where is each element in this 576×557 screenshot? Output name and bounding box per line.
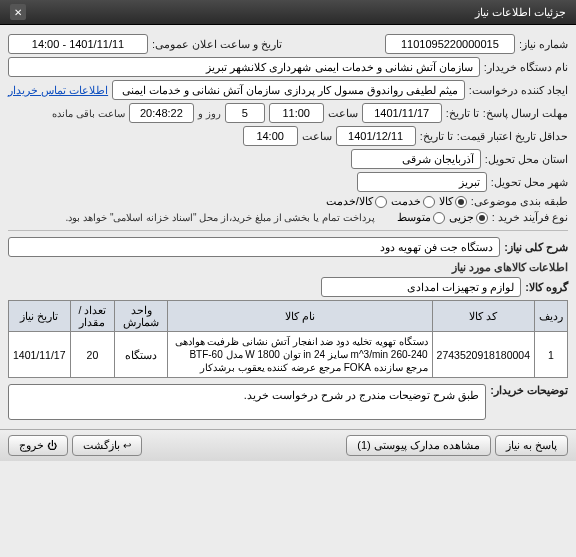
requester-label: ایجاد کننده درخواست: [469,84,568,97]
cell-date: 1401/11/17 [9,332,71,378]
buyer-label: نام دستگاه خریدار: [484,61,568,74]
quote-time-field[interactable] [243,126,298,146]
requester-field[interactable] [112,80,465,100]
back-button[interactable]: ↩بازگشت [72,435,142,456]
time-left-field[interactable] [129,103,194,123]
table-row[interactable]: 1 2743520918180004 دستگاه تهویه تخلیه دو… [9,332,568,378]
buy-type-label: نوع فرآیند خرید : [492,211,568,224]
province-label: استان محل تحویل: [485,153,568,166]
category-radio-both[interactable]: کالا/خدمت [326,195,387,208]
announce-dt-field[interactable] [8,34,148,54]
category-radio-service[interactable]: خدمت [391,195,435,208]
items-section-heading: اطلاعات کالاهای مورد نیاز [8,261,568,274]
buy-type-radio-minor[interactable]: جزیی [449,211,488,224]
goods-group-label: گروه کالا: [525,281,568,294]
th-code: کد کالا [432,301,534,332]
th-unit: واحد شمارش [115,301,168,332]
announce-dt-label: تاریخ و ساعت اعلان عمومی: [152,38,282,51]
need-title-label: شرح کلی نیاز: [504,241,568,254]
exit-button[interactable]: ⏻خروج [8,435,68,456]
cell-name: دستگاه تهویه تخلیه دود ضد انفجار آتش نشا… [167,332,432,378]
payment-note: پرداخت تمام یا بخشی از مبلغ خرید،از محل … [66,212,375,223]
deadline-to-label: تا تاریخ: [446,107,479,120]
th-date: تاریخ نیاز [9,301,71,332]
close-icon[interactable]: ✕ [10,4,26,20]
need-title-field[interactable] [8,237,500,257]
reply-button[interactable]: پاسخ به نیاز [495,435,568,456]
cell-qty: 20 [70,332,115,378]
footer: پاسخ به نیاز مشاهده مدارک پیوستی (1) ↩با… [0,429,576,461]
back-icon: ↩ [123,440,131,451]
cell-unit: دستگاه [115,332,168,378]
need-no-field[interactable] [385,34,515,54]
th-name: نام کالا [167,301,432,332]
category-label: طبقه بندی موضوعی: [471,195,568,208]
province-field[interactable] [351,149,481,169]
table-header-row: ردیف کد کالا نام کالا واحد شمارش تعداد /… [9,301,568,332]
city-label: شهر محل تحویل: [491,176,568,189]
days-left-tail: ساعت باقی مانده [52,108,125,119]
th-qty: تعداد / مقدار [70,301,115,332]
days-left-field[interactable] [225,103,265,123]
goods-group-field[interactable] [321,277,521,297]
contact-link[interactable]: اطلاعات تماس خریدار [8,84,108,97]
cell-idx: 1 [535,332,568,378]
window-title: جزئیات اطلاعات نیاز [475,6,566,19]
deadline-time-field[interactable] [269,103,324,123]
buyer-notes-label: توضیحات خریدار: [490,384,568,397]
quote-date-field[interactable] [336,126,416,146]
category-radio-goods[interactable]: کالا [439,195,467,208]
deadline-date-field[interactable] [362,103,442,123]
divider [8,230,568,231]
exit-icon: ⏻ [47,440,57,451]
quote-to-label: تا تاریخ: [420,130,453,143]
items-table: ردیف کد کالا نام کالا واحد شمارش تعداد /… [8,300,568,378]
time-label-2: ساعت [302,130,332,143]
buyer-field[interactable] [8,57,480,77]
cell-code: 2743520918180004 [432,332,534,378]
attachments-button[interactable]: مشاهده مدارک پیوستی (1) [346,435,491,456]
time-label-1: ساعت [328,107,358,120]
days-left-suffix: روز و [198,108,221,119]
th-idx: ردیف [535,301,568,332]
titlebar: جزئیات اطلاعات نیاز ✕ [0,0,576,25]
buy-type-radio-medium[interactable]: متوسط [397,211,445,224]
deadline-label: مهلت ارسال پاسخ: [483,107,568,120]
need-no-label: شماره نیاز: [519,38,568,51]
quote-valid-label: حداقل تاریخ اعتبار قیمت: [457,130,568,143]
buyer-notes-field[interactable] [8,384,486,420]
city-field[interactable] [357,172,487,192]
